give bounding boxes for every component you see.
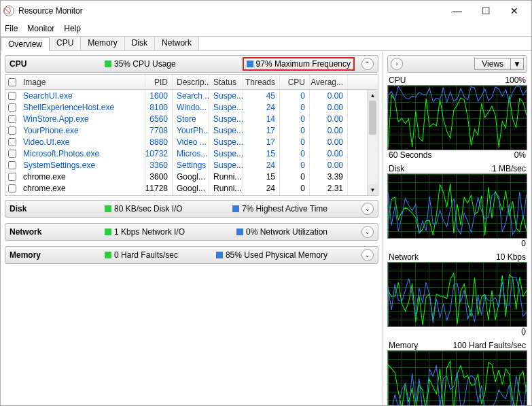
main-panel: CPU 35% CPU Usage 97% Maximum Frequency … [1, 51, 383, 405]
graph-scale: 10 Kbps [496, 252, 526, 262]
header-checkbox[interactable] [5, 75, 19, 89]
cell-cpu: 0 [280, 171, 310, 182]
row-checkbox[interactable] [5, 90, 19, 101]
header-image[interactable]: Image [19, 75, 145, 89]
cell-cpu: 0 [280, 101, 310, 113]
title-bar: ⃠ Resource Monitor ― ☐ ✕ [1, 1, 531, 21]
row-checkbox[interactable] [5, 113, 19, 124]
row-checkbox[interactable] [5, 194, 19, 195]
cell-pid: 11728 [145, 182, 173, 194]
disk-expand-icon[interactable]: ⌄ [361, 203, 374, 215]
header-status[interactable]: Status [209, 75, 243, 89]
window-title: Resource Monitor [18, 6, 443, 16]
graph-title: CPU [389, 75, 406, 85]
row-checkbox[interactable] [5, 171, 19, 182]
scroll-thumb[interactable] [369, 101, 376, 135]
cell-threads: 17 [243, 194, 280, 195]
tab-memory[interactable]: Memory [81, 37, 124, 50]
network-expand-icon[interactable]: ⌄ [361, 226, 374, 238]
tab-overview[interactable]: Overview [1, 37, 50, 51]
graph-cpu: CPU100%60 Seconds0% [387, 75, 527, 160]
cell-threads: 24 [243, 182, 280, 194]
menu-monitor[interactable]: Monitor [27, 24, 54, 33]
scroll-up-icon[interactable]: ▲ [368, 90, 378, 101]
table-row[interactable]: WinStore.App.exe6560StoreSuspe...1400.00 [5, 113, 378, 124]
graph-canvas [387, 262, 527, 327]
cell-image: ShellExperienceHost.exe [19, 101, 145, 113]
disk-section-header[interactable]: Disk 80 KB/sec Disk I/O 7% Highest Activ… [5, 200, 378, 218]
table-row[interactable]: chrome.exe11728Googl...Runni...2402.31 [5, 182, 378, 194]
disk-section-title: Disk [10, 204, 105, 214]
cell-pid: 8100 [145, 101, 173, 113]
table-row[interactable]: ShellExperienceHost.exe8100Windo...Suspe… [5, 101, 378, 113]
row-checkbox[interactable] [5, 148, 19, 159]
table-row[interactable]: YourPhone.exe7708YourPh...Suspe...1700.0… [5, 124, 378, 136]
row-checkbox[interactable] [5, 159, 19, 171]
memory-expand-icon[interactable]: ⌄ [361, 249, 374, 261]
net-util-text: 0% Network Utilization [246, 227, 327, 237]
menu-help[interactable]: Help [64, 24, 81, 33]
table-row[interactable]: Video.UI.exe8880Video ...Suspe...1700.00 [5, 136, 378, 148]
scroll-down-icon[interactable]: ▼ [368, 184, 378, 195]
table-row[interactable]: SystemSettings.exe3360SettingsSuspe...24… [5, 159, 378, 171]
cell-pid: 8880 [145, 136, 173, 148]
header-pid[interactable]: PID [145, 75, 173, 89]
table-row[interactable]: perfmon.exe3524Resou...Runni...1702.00 [5, 194, 378, 195]
cell-description: YourPh... [173, 124, 209, 136]
cell-image: perfmon.exe [19, 194, 145, 195]
cell-description: Video ... [173, 136, 209, 148]
cpu-section-title: CPU [10, 59, 105, 69]
cell-threads: 15 [243, 171, 280, 182]
table-row[interactable]: Microsoft.Photos.exe10732Micros...Suspe.… [5, 148, 378, 159]
views-dropdown-icon[interactable]: ▼ [511, 58, 524, 70]
net-util-icon [236, 229, 243, 235]
row-checkbox[interactable] [5, 101, 19, 113]
maximize-button[interactable]: ☐ [472, 1, 500, 20]
table-scrollbar[interactable]: ▲ ▼ [367, 90, 378, 195]
cell-threads: 17 [243, 124, 280, 136]
cell-status: Suspe... [209, 148, 243, 159]
cell-image: YourPhone.exe [19, 124, 145, 136]
disk-active-text: 7% Highest Active Time [242, 204, 327, 214]
cpu-freq-highlight: 97% Maximum Frequency [243, 57, 355, 71]
cell-description: Googl... [173, 182, 209, 194]
graph-title: Disk [389, 164, 404, 173]
cpu-collapse-icon[interactable]: ⌃ [361, 58, 374, 70]
cell-threads: 24 [243, 101, 280, 113]
row-checkbox[interactable] [5, 136, 19, 148]
table-row[interactable]: chrome.exe3600Googl...Runni...1503.39 [5, 171, 378, 182]
disk-io-icon [105, 205, 111, 212]
header-description[interactable]: Descrip... [173, 75, 209, 89]
row-checkbox[interactable] [5, 124, 19, 136]
net-io-text: 1 Kbps Network I/O [114, 227, 185, 237]
mem-used-icon [216, 252, 223, 258]
menu-bar: File Monitor Help [1, 21, 531, 36]
cell-status: Suspe... [209, 113, 243, 124]
close-button[interactable]: ✕ [500, 1, 529, 20]
row-checkbox[interactable] [5, 182, 19, 194]
minimize-button[interactable]: ― [443, 1, 472, 20]
tab-disk[interactable]: Disk [125, 37, 155, 50]
cpu-section-header[interactable]: CPU 35% CPU Usage 97% Maximum Frequency … [5, 55, 378, 73]
cell-description: Resou... [173, 194, 209, 195]
menu-file[interactable]: File [5, 24, 18, 33]
header-average[interactable]: Averag... [310, 75, 348, 89]
memory-section-header[interactable]: Memory 0 Hard Faults/sec 85% Used Physic… [5, 246, 378, 264]
network-section-header[interactable]: Network 1 Kbps Network I/O 0% Network Ut… [5, 223, 378, 241]
cell-pid: 3360 [145, 159, 173, 171]
graphs-collapse-icon[interactable]: › [391, 58, 403, 70]
cpu-usage-icon [105, 61, 111, 67]
header-threads[interactable]: Threads [243, 75, 280, 89]
cell-threads: 14 [243, 113, 280, 124]
mem-used-text: 85% Used Physical Memory [226, 250, 327, 260]
tab-cpu[interactable]: CPU [50, 37, 81, 50]
tab-network[interactable]: Network [155, 37, 199, 50]
views-button[interactable]: Views [474, 58, 511, 70]
cell-image: Microsoft.Photos.exe [19, 148, 145, 159]
cell-status: Runni... [209, 182, 243, 194]
cpu-freq-text: 97% Maximum Frequency [256, 59, 351, 69]
cell-average: 0.00 [310, 113, 348, 124]
cell-average: 3.39 [310, 171, 348, 182]
table-row[interactable]: SearchUI.exe1600Search ...Suspe...4500.0… [5, 90, 378, 101]
header-cpu[interactable]: CPU [280, 75, 310, 89]
